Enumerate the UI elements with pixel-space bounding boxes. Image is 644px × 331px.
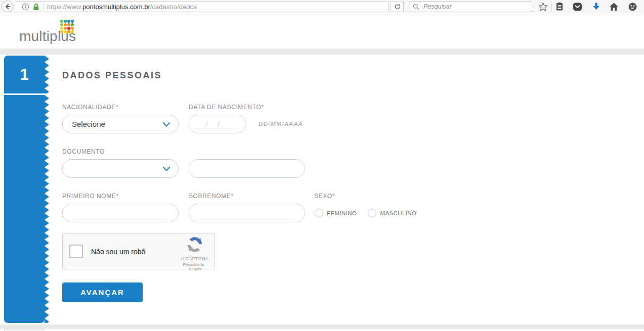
chevron-down-icon [163,122,170,127]
logo-dots-icon [60,20,74,33]
reload-button[interactable] [391,1,404,12]
browser-window: https://www.pontosmultiplus.com.br/cadas… [0,0,644,331]
search-icon [413,4,419,10]
radio-circle-icon[interactable] [315,209,323,217]
nacionalidade-select[interactable]: Selecione [62,115,179,133]
recaptcha-label: Não sou um robô [91,248,145,256]
urlbar-divider [43,3,44,11]
footer-divider [0,324,644,329]
radio-feminino[interactable]: FEMININO [315,209,357,217]
step-number: 1 [20,66,28,84]
step-rail: 1 [4,56,50,323]
search-bar[interactable] [409,1,532,12]
nascimento-format-hint: DD/MM/AAAA [259,121,303,127]
clipboard-icon [555,2,564,11]
recaptcha-links[interactable]: Privacidade - Termos [180,262,210,271]
home-button[interactable] [607,1,620,13]
info-icon[interactable] [22,3,29,11]
site-header: multiplus [0,14,644,49]
sexo-label: SEXO* [314,193,335,200]
nacionalidade-selected-value: Selecione [72,120,105,128]
step-2-peek [4,329,45,331]
smiley-icon [628,2,637,12]
header-divider [0,49,644,55]
documento-label: DOCUMENTO [62,148,105,155]
reload-icon [394,4,401,10]
primeiro-nome-label: PRIMEIRO NOME* [62,193,119,200]
radio-circle-icon[interactable] [368,209,376,217]
documento-select[interactable] [62,159,179,178]
toolbar-divider [551,3,552,11]
url-bar[interactable]: https://www.pontosmultiplus.com.br/cadas… [15,1,389,12]
back-button[interactable] [2,1,13,12]
pocket-button[interactable] [571,1,584,13]
sexo-radio-group: FEMININO MASCULINO [315,209,416,217]
radio-masculino[interactable]: MASCULINO [368,209,416,217]
step-1-indicator: 1 [4,56,45,94]
browser-toolbar: https://www.pontosmultiplus.com.br/cadas… [0,0,644,13]
downloads-button[interactable] [589,1,603,13]
bookmark-star-button[interactable] [536,1,549,13]
lock-icon[interactable] [33,3,39,11]
download-arrow-icon [591,2,601,12]
search-input[interactable] [422,2,532,11]
url-scheme: https://www. [47,3,82,11]
step-rail-gap [4,93,50,95]
recaptcha-widget: Não sou um robô reCAPTCHA Privacidade - … [62,233,215,269]
bookmarks-menu-button[interactable] [553,1,566,13]
primeiro-nome-input[interactable] [62,204,179,222]
back-arrow-icon [4,3,11,10]
nacionalidade-label: NACIONALIDADE* [62,104,118,111]
step-rail-bar [4,94,45,323]
masculino-label: MASCULINO [380,210,416,216]
section-title: DADOS PESSOAIS [62,70,162,81]
sobrenome-label: SOBRENOME* [189,193,234,200]
url-text[interactable]: https://www.pontosmultiplus.com.br/cadas… [47,3,197,11]
nascimento-label: DATA DE NASCIMENTO* [189,104,264,111]
feminino-label: FEMININO [327,210,357,216]
recaptcha-brand: reCAPTCHA [180,256,210,261]
recaptcha-logo-icon [187,237,203,253]
sobrenome-input[interactable] [189,204,305,222]
home-icon [609,2,619,12]
chevron-down-icon [163,167,170,171]
url-domain: pontosmultiplus.com.br [82,3,150,11]
url-path: /cadastro/dados [150,3,197,11]
nascimento-input[interactable] [189,115,246,133]
recaptcha-checkbox[interactable] [69,245,83,258]
multiplus-logo[interactable]: multiplus [19,20,82,46]
avancar-button[interactable]: AVANÇAR [62,282,143,302]
zigzag-edge-icon [45,56,50,323]
pocket-icon [573,2,582,12]
documento-numero-input[interactable] [189,159,305,178]
hello-smiley-button[interactable] [626,1,639,13]
star-icon [538,2,548,12]
